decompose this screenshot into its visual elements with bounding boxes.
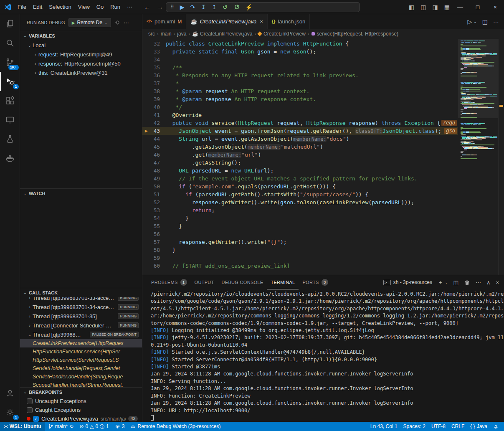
menu-item[interactable]: File	[14, 2, 30, 13]
gutter[interactable]: 58	[142, 246, 166, 254]
gutter[interactable]: 60	[142, 262, 166, 270]
gutter[interactable]: ▶43	[142, 127, 166, 135]
close-tab-icon[interactable]: ×	[260, 18, 263, 25]
launch-config-dropdown[interactable]: ▶ Remote De ⌄	[68, 18, 111, 27]
gutter[interactable]: 50	[142, 183, 166, 190]
breakpoints-section-header[interactable]: ⌄ BREAKPOINTS	[20, 388, 142, 397]
gutter[interactable]: 53	[142, 206, 166, 214]
thread-row[interactable]: ›Thread [qtp399683701-35]RUNNING	[20, 312, 142, 321]
activity-testing-icon[interactable]	[0, 129, 20, 149]
breadcrumb-main[interactable]: main	[161, 31, 172, 37]
gutter[interactable]: 35	[142, 63, 166, 71]
checkbox-unchecked[interactable]	[27, 398, 33, 404]
gutter[interactable]: 44	[142, 135, 166, 143]
gutter[interactable]: 40	[142, 103, 166, 111]
breadcrumb-class[interactable]: CreateLinkPreview	[258, 31, 306, 37]
gutter[interactable]: 57	[142, 238, 166, 246]
stack-frame[interactable]: HttpFunctionExecutor.service(HttpSer	[20, 347, 142, 356]
window-maximize-button[interactable]: □	[469, 0, 486, 14]
editor-more-actions-icon[interactable]: ⋯	[493, 18, 499, 25]
panel-more-actions-icon[interactable]: ⋯	[476, 279, 481, 286]
accounts-icon[interactable]	[0, 383, 20, 403]
thread-row[interactable]: ›Thread [qtp399683701-34-acce…RUNNING	[20, 302, 142, 312]
notifications-bell-icon[interactable]	[490, 422, 501, 431]
gutter[interactable]: 39	[142, 95, 166, 103]
gutter[interactable]: 47	[142, 159, 166, 167]
run-dropdown-chevron-icon[interactable]: ⌄	[474, 20, 477, 24]
breakpoint-row-file[interactable]: CreateLinkPreview.java src/main/java 43	[20, 414, 142, 422]
activity-extensions-icon[interactable]	[0, 91, 20, 110]
breadcrumb-method[interactable]: service(HttpRequest, HttpResponse)	[312, 31, 398, 37]
breadcrumb-src[interactable]: src	[148, 31, 155, 37]
panel-tab-debug-console[interactable]: DEBUG CONSOLE	[218, 275, 267, 289]
command-center[interactable]: ⠿ ▶ ↷ ↧ ↥ ↺ ⚡	[166, 2, 360, 12]
indentation-item[interactable]: Spaces: 2	[400, 422, 428, 431]
activity-remote-explorer-icon[interactable]	[0, 110, 20, 129]
activity-search-icon[interactable]	[0, 33, 20, 53]
hot-code-replace-icon[interactable]: ⚡	[246, 4, 253, 10]
watch-section-header[interactable]: ⌄ WATCH	[20, 189, 142, 198]
stack-frame[interactable]: ScopedHandler.handle(String,Request,	[20, 381, 142, 387]
chevron-right-icon[interactable]: ›	[33, 52, 38, 57]
breadcrumb-file[interactable]: ☕CreateLinkPreview.java	[192, 31, 252, 37]
gutter[interactable]: 33	[142, 48, 166, 56]
gutter[interactable]: 45	[142, 143, 166, 151]
variable-row[interactable]: ›this:CreateLinkPreview@31	[20, 68, 142, 77]
gutter[interactable]: 54	[142, 214, 166, 222]
settings-gear-icon[interactable]: 1	[0, 403, 20, 422]
terminal-tab[interactable]: >_ sh - 3p-resources	[383, 279, 432, 285]
panel-tab-output[interactable]: OUTPUT	[191, 275, 218, 289]
activity-source-control-icon[interactable]: 1K+	[0, 53, 20, 72]
maximize-panel-icon[interactable]: ∧	[486, 279, 491, 286]
stack-frame[interactable]: CreateLinkPreview.service(HttpReques	[20, 339, 142, 347]
checkbox-unchecked[interactable]	[27, 407, 33, 413]
code-editor[interactable]: 32public class CreateLinkPreview impleme…	[142, 39, 504, 275]
close-panel-icon[interactable]: ×	[496, 279, 499, 286]
debug-toolbar-drag-handle[interactable]: ⠿	[170, 4, 174, 10]
panel-tab-terminal[interactable]: TERMINAL	[267, 275, 299, 289]
gutter[interactable]: 42	[142, 119, 166, 127]
toggle-secondary-sidebar-icon[interactable]: ◨	[433, 4, 438, 10]
chevron-right-icon[interactable]: ›	[33, 71, 38, 75]
variables-section-header[interactable]: ⌄ VARIABLES	[20, 31, 142, 41]
overview-ruler[interactable]	[498, 39, 504, 275]
language-mode-item[interactable]: { }Java	[467, 422, 490, 431]
window-minimize-button[interactable]: —	[451, 0, 469, 14]
gutter[interactable]: 59	[142, 254, 166, 262]
gutter[interactable]: 55	[142, 222, 166, 230]
eol-item[interactable]: CRLF	[448, 422, 467, 431]
activity-explorer-icon[interactable]	[0, 14, 20, 33]
breakpoint-row-caught[interactable]: Caught Exceptions	[20, 406, 142, 414]
gutter[interactable]: 51	[142, 190, 166, 198]
menu-item[interactable]: Selection	[46, 2, 74, 13]
start-debug-icon[interactable]: ▶	[72, 20, 75, 25]
gutter[interactable]: 46	[142, 151, 166, 159]
variables-scope-row[interactable]: ⌄ Local	[20, 41, 142, 50]
debug-step-over-icon[interactable]: ↷	[190, 4, 195, 10]
gutter[interactable]: 34	[142, 56, 166, 63]
terminal-dropdown-chevron-icon[interactable]: ⌄	[445, 280, 448, 284]
thread-row[interactable]: ›Thread [Connector-Scheduler-…RUNNING	[20, 321, 142, 330]
debug-restart-icon[interactable]: ↺	[223, 4, 228, 10]
call-stack-section-header[interactable]: ⌄ CALL STACK	[20, 288, 142, 297]
git-branch-item[interactable]: main*↻	[45, 422, 77, 431]
tab-launch-json[interactable]: {} launch.json	[268, 14, 310, 29]
debug-continue-icon[interactable]: ▶	[180, 4, 185, 10]
toggle-panel-icon[interactable]: ◫	[420, 4, 426, 10]
gutter[interactable]: 52	[142, 198, 166, 206]
variable-row[interactable]: ›request:HttpRequestImpl@49	[20, 50, 142, 59]
forwarded-ports-item[interactable]: 3	[112, 422, 128, 431]
chevron-right-icon[interactable]: ›	[33, 61, 38, 66]
new-terminal-icon[interactable]: ＋	[438, 279, 443, 286]
stack-frame[interactable]: ServletHolder.handle(Request,Servlet	[20, 364, 142, 373]
window-close-button[interactable]: ×	[486, 0, 504, 14]
breadcrumb-java[interactable]: java	[177, 31, 186, 37]
panel-tab-problems[interactable]: PROBLEMS1	[147, 275, 191, 289]
minimap-slider[interactable]	[458, 39, 498, 118]
debug-disconnect-icon[interactable]	[233, 4, 240, 10]
nav-back-icon[interactable]: ←	[144, 3, 150, 10]
menu-item[interactable]: Run	[107, 2, 124, 13]
gutter[interactable]: 37	[142, 79, 166, 87]
customize-layout-icon[interactable]: ▦	[444, 4, 450, 10]
breakpoint-row-uncaught[interactable]: Uncaught Exceptions	[20, 397, 142, 406]
